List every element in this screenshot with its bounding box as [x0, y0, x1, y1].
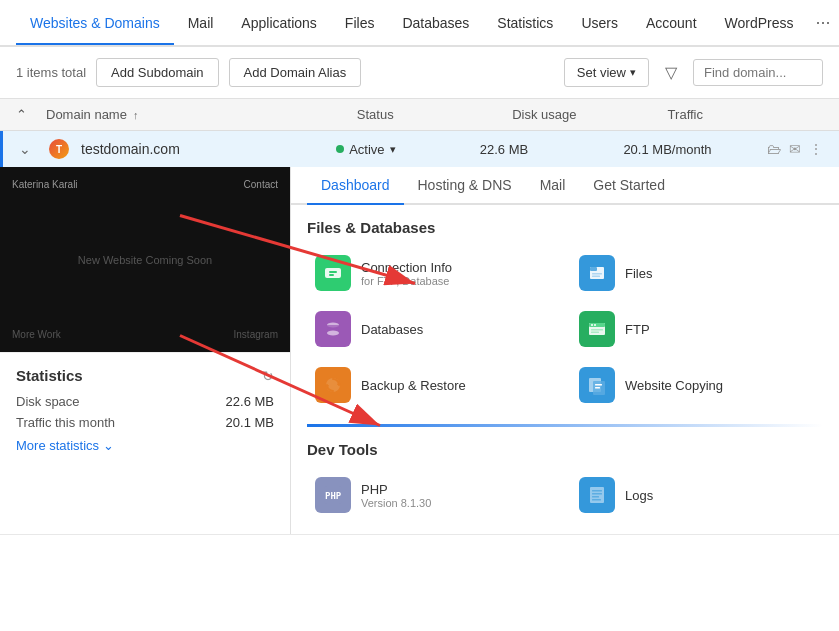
toolbar: 1 items total Add Subdomain Add Domain A…	[0, 47, 839, 99]
files-databases-grid: Connection Info for FTP, Database	[307, 248, 823, 410]
nav-account[interactable]: Account	[632, 3, 711, 45]
nav-databases[interactable]: Databases	[388, 3, 483, 45]
feature-connection-info[interactable]: Connection Info for FTP, Database	[307, 248, 559, 298]
stats-disk-row: Disk space 22.6 MB	[16, 394, 274, 409]
domain-name-cell: T testdomain.com	[49, 139, 336, 159]
sub-tabs: Dashboard Hosting & DNS Mail Get Started	[291, 167, 839, 205]
nav-websites-domains[interactable]: Websites & Domains	[16, 3, 174, 45]
backup-icon	[315, 367, 351, 403]
status-badge[interactable]: Active ▾	[336, 142, 480, 157]
feature-website-copying[interactable]: Website Copying	[571, 360, 823, 410]
databases-icon	[315, 311, 351, 347]
nav-applications[interactable]: Applications	[227, 3, 331, 45]
nav-more-button[interactable]: ···	[808, 0, 839, 45]
svg-rect-29	[592, 490, 602, 492]
nav-users[interactable]: Users	[567, 3, 632, 45]
feature-backup-restore[interactable]: Backup & Restore	[307, 360, 559, 410]
feature-logs[interactable]: Logs	[571, 470, 823, 520]
svg-point-16	[594, 324, 596, 326]
feature-databases[interactable]: Databases	[307, 304, 559, 354]
svg-rect-9	[592, 273, 602, 275]
refresh-icon[interactable]: ↻	[262, 368, 274, 384]
svg-rect-31	[592, 496, 599, 498]
tab-hosting-dns[interactable]: Hosting & DNS	[404, 167, 526, 205]
col-traffic-header: Traffic	[668, 107, 823, 122]
preview-top-left: Katerina Karali	[12, 179, 78, 190]
row-collapse-button[interactable]: ⌄	[19, 141, 49, 157]
php-text: PHP Version 8.1.30	[361, 482, 431, 509]
svg-rect-25	[595, 387, 600, 389]
stats-title: Statistics	[16, 367, 83, 384]
filter-icon[interactable]: ▽	[659, 57, 683, 88]
more-actions-icon[interactable]: ⋮	[809, 141, 823, 157]
set-view-button[interactable]: Set view ▾	[564, 58, 649, 87]
table-header: ⌃ Domain name ↑ Status Disk usage Traffi…	[0, 99, 839, 131]
feature-php[interactable]: PHP PHP Version 8.1.30	[307, 470, 559, 520]
website-copying-icon	[579, 367, 615, 403]
stats-title-row: Statistics ↻	[16, 367, 274, 384]
preview-bottom-right: Instagram	[234, 329, 278, 340]
nav-statistics[interactable]: Statistics	[483, 3, 567, 45]
domain-name[interactable]: testdomain.com	[81, 141, 180, 157]
chevron-down-icon: ▾	[630, 66, 636, 79]
status-label: Active	[349, 142, 384, 157]
add-domain-alias-button[interactable]: Add Domain Alias	[229, 58, 362, 87]
svg-rect-5	[329, 271, 337, 273]
svg-point-12	[327, 331, 339, 336]
items-count: 1 items total	[16, 65, 86, 80]
stats-box: Statistics ↻ Disk space 22.6 MB Traffic …	[0, 352, 290, 467]
tab-get-started[interactable]: Get Started	[579, 167, 679, 205]
files-icon	[579, 255, 615, 291]
preview-top-right: Contact	[244, 179, 278, 190]
dev-tools-grid: PHP PHP Version 8.1.30	[307, 470, 823, 520]
folder-icon[interactable]: 🗁	[767, 141, 781, 157]
row-actions: 🗁 ✉ ⋮	[767, 141, 823, 157]
nav-files[interactable]: Files	[331, 3, 389, 45]
tab-dashboard[interactable]: Dashboard	[307, 167, 404, 205]
svg-rect-6	[329, 274, 334, 276]
php-icon: PHP	[315, 477, 351, 513]
traffic-value: 20.1 MB/month	[623, 142, 767, 157]
detail-panel: Dashboard Hosting & DNS Mail Get Started…	[290, 167, 839, 534]
add-subdomain-button[interactable]: Add Subdomain	[96, 58, 219, 87]
disk-label: Disk space	[16, 394, 80, 409]
disk-stat-value: 22.6 MB	[226, 394, 274, 409]
sort-icon[interactable]: ↑	[133, 109, 139, 121]
ftp-text: FTP	[625, 322, 650, 337]
nav-wordpress[interactable]: WordPress	[711, 3, 808, 45]
top-nav: Websites & Domains Mail Applications Fil…	[0, 0, 839, 47]
ftp-icon	[579, 311, 615, 347]
find-domain-input[interactable]	[693, 59, 823, 86]
col-status-header: Status	[357, 107, 512, 122]
nav-mail[interactable]: Mail	[174, 3, 228, 45]
col-domain-header[interactable]: Domain name ↑	[46, 107, 357, 122]
dev-tools-section: Dev Tools PHP PHP Version 8.1.30	[291, 427, 839, 534]
tab-mail[interactable]: Mail	[526, 167, 580, 205]
files-databases-section: Files & Databases Connection Info	[291, 205, 839, 424]
svg-rect-24	[595, 384, 602, 386]
site-preview: Katerina Karali Contact New Website Comi…	[0, 167, 290, 352]
logs-icon	[579, 477, 615, 513]
domain-icon: T	[49, 139, 69, 159]
preview-panel: Katerina Karali Contact New Website Comi…	[0, 167, 290, 534]
connection-info-icon	[315, 255, 351, 291]
files-text: Files	[625, 266, 652, 281]
backup-restore-text: Backup & Restore	[361, 378, 466, 393]
status-chevron-icon: ▾	[390, 143, 396, 156]
databases-text: Databases	[361, 322, 423, 337]
more-statistics-link[interactable]: More statistics ⌄	[16, 438, 274, 453]
preview-bottom-left: More Work	[12, 329, 61, 340]
stats-traffic-row: Traffic this month 20.1 MB	[16, 415, 274, 430]
feature-ftp[interactable]: FTP	[571, 304, 823, 354]
chevron-down-small-icon: ⌄	[103, 438, 114, 453]
disk-usage-value: 22.6 MB	[480, 142, 624, 157]
feature-files[interactable]: Files	[571, 248, 823, 298]
col-disk-header: Disk usage	[512, 107, 667, 122]
traffic-stat-value: 20.1 MB	[226, 415, 274, 430]
domain-row-header: ⌄ T testdomain.com Active ▾ 22.6 MB 20.1…	[0, 131, 839, 167]
set-view-label: Set view	[577, 65, 626, 80]
website-copying-text: Website Copying	[625, 378, 723, 393]
svg-rect-30	[592, 493, 602, 495]
mail-icon[interactable]: ✉	[789, 141, 801, 157]
svg-rect-10	[592, 276, 600, 278]
